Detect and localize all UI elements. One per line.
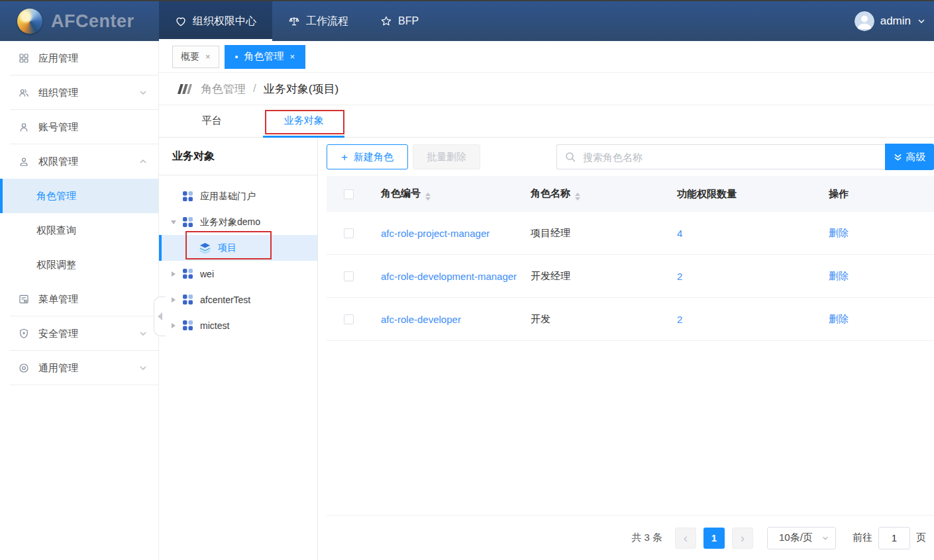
close-icon[interactable]: × [205,52,211,62]
goto-page-input[interactable] [878,527,910,549]
sidebar-item-permission-management[interactable]: 权限管理 [0,144,158,179]
goto-label: 前往 [853,532,872,544]
row-checkbox[interactable] [344,314,354,324]
tab-role-management[interactable]: • 角色管理 × [225,45,306,69]
delete-link[interactable]: 删除 [829,313,849,324]
role-table-panel: + 新建角色 批量删除 [318,138,934,560]
menu-doc-icon [18,293,30,305]
permission-count-link[interactable]: 2 [677,271,682,282]
prev-page-button[interactable]: ‹ [675,528,696,549]
table-empty-space [327,341,934,515]
table-toolbar: + 新建角色 批量删除 [327,138,934,176]
caret-down-icon[interactable] [168,220,179,224]
page-unit-label: 页 [916,532,926,544]
role-code-link[interactable]: afc-role-developer [381,314,521,325]
tree-node-label: mictest [200,320,229,331]
select-all-checkbox[interactable] [344,189,354,199]
next-page-button[interactable]: › [732,528,753,549]
collapse-arrow-icon [158,312,162,320]
caret-right-icon[interactable] [168,297,179,303]
current-page-button[interactable]: 1 [703,528,725,549]
tree-node-app-base-portal[interactable]: 应用基础门户 [159,183,317,209]
pagination: 共 3 条 ‹ 1 › 10条/页 前往 页 [327,515,934,560]
nav-item-org-permission-center[interactable]: 组织权限中心 [159,1,272,41]
double-chevron-down-icon [894,153,902,162]
sidebar-item-label: 权限管理 [38,156,78,168]
tab-label: 业务对象 [284,115,324,126]
sidebar-item-role-management[interactable]: 角色管理 [0,179,158,213]
star-icon [380,15,392,27]
batch-delete-label: 批量删除 [427,151,466,163]
page-size-select[interactable]: 10条/页 [767,527,836,549]
sidebar-item-permission-adjust[interactable]: 权限调整 [0,248,158,282]
breadcrumb: 角色管理 / 业务对象(项目) [159,73,934,105]
permission-count-link[interactable]: 4 [677,228,682,239]
header-role-name[interactable]: 角色名称 [521,187,668,201]
sort-icons[interactable] [575,193,580,201]
tab-business-object[interactable]: 业务对象 [263,115,344,137]
nav-item-workflow[interactable]: 工作流程 [272,1,364,41]
goto-page-group: 前往 页 [853,527,926,549]
nav-item-bfp[interactable]: BFP [364,1,435,41]
sort-icons[interactable] [425,193,431,201]
tree-list: 应用基础门户 业务对象demo 项目 [159,175,317,338]
tab-label: 角色管理 [244,50,284,63]
app-grid-icon [182,191,193,202]
create-role-button[interactable]: + 新建角色 [327,144,408,169]
batch-delete-button[interactable]: 批量删除 [413,144,480,169]
tree-node-business-object-demo[interactable]: 业务对象demo [159,209,317,235]
tree-node-afcentertest[interactable]: afcenterTest [159,287,317,312]
active-dot-icon: • [235,52,238,62]
people-icon [18,87,30,99]
tab-platform[interactable]: 平台 [171,115,252,137]
tree-node-label: afcenterTest [200,295,250,305]
tab-label: 平台 [202,115,222,126]
brand-name: AFCenter [51,11,134,32]
brand-sphere-icon [17,9,42,34]
app-grid-icon [182,268,193,279]
breadcrumb-slashes-icon [178,83,193,95]
close-icon[interactable]: × [290,52,295,62]
grid-icon [18,52,30,64]
sidebar-item-general-management[interactable]: 通用管理 [0,351,158,385]
caret-right-icon[interactable] [168,271,179,277]
user-menu[interactable]: admin [855,1,934,41]
tree-node-mictest[interactable]: mictest [159,312,317,338]
breadcrumb-parent[interactable]: 角色管理 [201,81,246,97]
caret-right-icon[interactable] [168,323,179,328]
sidebar-item-security-management[interactable]: 安全管理 [0,316,158,351]
tab-overview[interactable]: 概要 × [172,46,219,68]
tree-node-project[interactable]: 项目 [159,235,317,261]
id-badge-icon [18,156,30,167]
sidebar-item-app-management[interactable]: 应用管理 [0,41,158,75]
role-code-link[interactable]: afc-role-development-manager [381,271,521,282]
delete-link[interactable]: 删除 [829,227,849,238]
sidebar-item-permission-query[interactable]: 权限查询 [0,213,158,248]
sidebar-item-account-management[interactable]: 账号管理 [0,110,158,144]
role-code-link[interactable]: afc-role-project-manager [381,228,521,239]
app-window: AFCenter 组织权限中心 工作流程 BFP [0,0,934,560]
permission-count-link[interactable]: 2 [677,314,682,325]
header-checkbox-cell [327,189,370,199]
search-input[interactable] [582,151,877,163]
sidebar-item-org-management[interactable]: 组织管理 [0,75,158,110]
delete-link[interactable]: 删除 [829,270,849,281]
header-actions: 操作 [821,188,934,201]
scale-icon [288,15,300,27]
advanced-search-button[interactable]: 高级 [885,144,934,170]
heart-icon [175,15,187,27]
column-label: 角色名称 [531,187,570,199]
sidebar-item-menu-management[interactable]: 菜单管理 [0,282,158,316]
header-role-code[interactable]: 角色编号 [370,187,521,201]
shield-plus-icon [18,328,30,340]
chevron-down-icon [821,534,829,542]
row-checkbox[interactable] [344,228,354,238]
row-checkbox[interactable] [344,271,354,281]
chevron-down-icon [138,363,148,373]
content-area: 业务对象 应用基础门户 业务对象demo [159,138,934,560]
chevron-down-icon [138,329,148,338]
table-header: 角色编号 角色名称 功能权限数量 操作 [327,176,934,212]
tree-collapse-handle[interactable] [154,297,166,336]
tree-node-label: wei [200,269,214,279]
tree-node-wei[interactable]: wei [159,261,317,287]
